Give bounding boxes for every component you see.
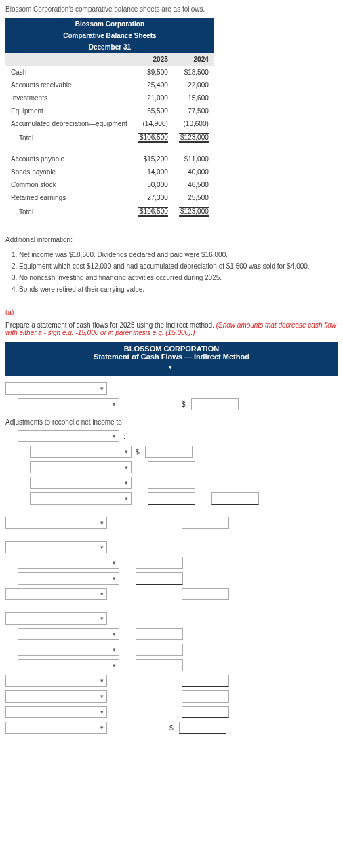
amount-input[interactable]	[145, 446, 193, 458]
final-total-input[interactable]	[179, 722, 226, 734]
company-name: BLOSSOM CORPORATION	[8, 344, 335, 353]
chevron-down-icon: ▾	[113, 401, 116, 408]
chevron-down-icon: ▾	[113, 662, 116, 669]
total-label: Total	[5, 130, 133, 146]
beginning-cash-select[interactable]: ▾	[5, 706, 107, 718]
row-label: Equipment	[5, 104, 133, 117]
info-item: No noncash investing and financing activ…	[19, 272, 338, 283]
amount-input[interactable]	[148, 461, 195, 473]
line-item-select[interactable]: ▾	[30, 461, 132, 473]
intro-text: Blossom Corporation's comparative balanc…	[0, 0, 343, 16]
total-input[interactable]	[182, 706, 229, 718]
amount-input[interactable]	[136, 644, 183, 656]
total-input[interactable]	[182, 675, 229, 687]
ending-cash-select[interactable]: ▾	[5, 722, 107, 734]
chevron-down-icon: ▾	[100, 544, 104, 551]
amount-input[interactable]	[136, 628, 183, 640]
line-item-select[interactable]: ▾	[18, 644, 119, 656]
row-label: Investments	[5, 92, 133, 104]
total-label: Total	[5, 204, 133, 220]
line-item-select[interactable]: ▾	[18, 659, 119, 671]
sheet-title-2: Comparative Balance Sheets	[5, 30, 214, 41]
total-input[interactable]	[182, 588, 229, 600]
adjustments-label: Adjustments to reconcile net income to	[5, 413, 338, 427]
balance-sheet-table: Blossom Corporation Comparative Balance …	[5, 18, 214, 220]
info-item: Bonds were retired at their carrying val…	[19, 283, 338, 295]
row-label: Cash	[5, 66, 133, 79]
chevron-down-icon: ▾	[100, 709, 104, 715]
row-label: Common stock	[5, 178, 133, 191]
chevron-down-icon: ▾	[100, 519, 104, 526]
chevron-down-icon: ▾	[100, 615, 104, 622]
sheet-title-1: Blossom Corporation	[5, 18, 214, 30]
section-select[interactable]: ▾	[5, 541, 107, 553]
chevron-down-icon: ▾	[125, 479, 128, 486]
line-item-select[interactable]: ▾	[30, 492, 132, 505]
line-item-select[interactable]: ▾	[18, 572, 119, 585]
additional-info-title: Additional information:	[0, 228, 343, 246]
row-label: Accounts receivable	[5, 79, 133, 92]
line-item-select[interactable]: ▾	[18, 398, 119, 410]
amount-input[interactable]	[148, 492, 195, 505]
part-label: (a)	[0, 300, 343, 319]
total-input[interactable]	[182, 517, 229, 529]
section-total-select[interactable]: ▾	[5, 588, 107, 600]
section-select[interactable]: ▾	[5, 382, 107, 395]
dollar-sign: $	[182, 401, 187, 408]
chevron-down-icon: ▾	[113, 575, 116, 582]
amount-input[interactable]	[136, 572, 183, 585]
net-change-select[interactable]: ▾	[5, 690, 107, 703]
amount-input[interactable]	[136, 557, 183, 569]
info-item: Equipment which cost $12,000 and had acc…	[19, 260, 338, 272]
period-select[interactable]: ▾	[104, 361, 239, 373]
chevron-down-icon: ▾	[113, 559, 116, 566]
line-item-select[interactable]: ▾	[18, 430, 119, 442]
chevron-down-icon: ▾	[113, 631, 116, 637]
amount-input[interactable]	[136, 659, 183, 671]
chevron-down-icon: ▾	[100, 591, 104, 597]
cash-flow-form: ▾ ▾ $ Adjustments to reconcile net incom…	[0, 376, 343, 745]
subtotal-input[interactable]	[211, 492, 259, 505]
year-2024-header: 2024	[174, 53, 214, 66]
section-total-select[interactable]: ▾	[5, 675, 107, 687]
row-label: Accumulated depreciation—equipment	[5, 117, 133, 130]
line-item-select[interactable]: ▾	[30, 446, 132, 458]
info-item: Net income was $18,600. Dividends declar…	[19, 249, 338, 260]
chevron-down-icon: ▾	[125, 495, 128, 502]
section-select[interactable]: ▾	[5, 612, 107, 625]
amount-input[interactable]	[148, 477, 195, 489]
section-total-select[interactable]: ▾	[5, 517, 107, 529]
dollar-sign: $	[169, 724, 175, 732]
chevron-down-icon: ▾	[100, 677, 104, 684]
statement-title: Statement of Cash Flows — Indirect Metho…	[94, 353, 249, 361]
chevron-down-icon: ▾	[100, 693, 104, 700]
row-label: Accounts payable	[5, 153, 133, 165]
dollar-sign: $	[136, 448, 141, 456]
additional-info-list: Net income was $18,600. Dividends declar…	[0, 246, 343, 300]
row-label: Retained earnings	[5, 191, 133, 204]
chevron-down-icon: ▾	[100, 724, 104, 731]
chevron-down-icon: ▾	[113, 433, 116, 439]
chevron-down-icon: ▾	[125, 448, 128, 455]
statement-header: BLOSSOM CORPORATION Statement of Cash Fl…	[5, 342, 338, 376]
total-input[interactable]	[182, 690, 229, 703]
chevron-down-icon: ▾	[100, 385, 104, 392]
sheet-title-3: December 31	[5, 41, 214, 53]
chevron-down-icon: ▾	[125, 464, 128, 471]
year-2025-header: 2025	[133, 53, 174, 66]
line-item-select[interactable]: ▾	[18, 628, 119, 640]
row-label: Bonds payable	[5, 165, 133, 178]
amount-input[interactable]	[191, 398, 239, 410]
instructions: Prepare a statement of cash flows for 20…	[0, 319, 343, 338]
chevron-down-icon: ▾	[113, 646, 116, 653]
line-item-select[interactable]: ▾	[18, 557, 119, 569]
line-item-select[interactable]: ▾	[30, 477, 132, 489]
chevron-down-icon: ▾	[169, 363, 172, 370]
